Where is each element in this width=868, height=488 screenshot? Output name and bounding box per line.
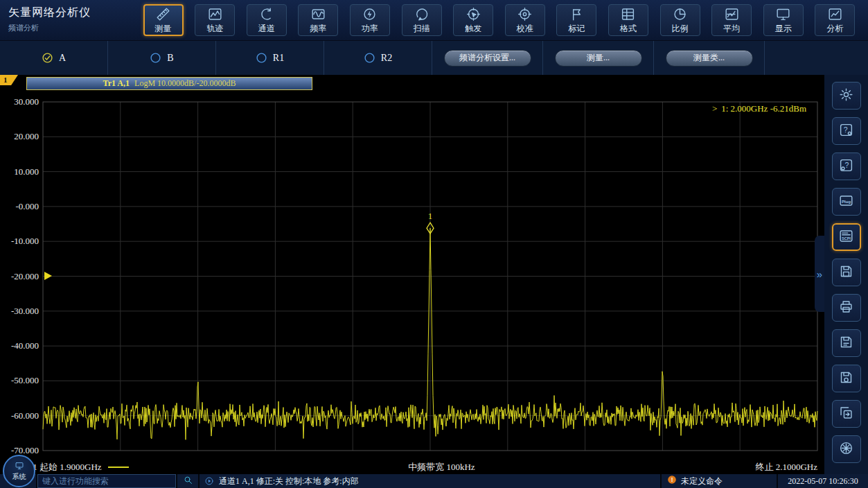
- system-menu-button[interactable]: 系统: [3, 455, 35, 487]
- toolbar-button-sweep[interactable]: 扫描: [402, 4, 442, 36]
- save-data-button[interactable]: [832, 365, 861, 392]
- scpi-button[interactable]: SCPI: [832, 223, 861, 251]
- ruler-icon: [156, 6, 170, 22]
- spectrum-plot[interactable]: 1: [0, 75, 824, 474]
- system-menu-label: 系统: [12, 472, 26, 482]
- app-title: 矢量网络分析仪: [8, 6, 130, 20]
- svg-text:1: 1: [428, 211, 433, 221]
- warning-icon: !: [667, 475, 677, 487]
- scale-icon: [673, 6, 687, 22]
- toolbar-button-label: 格式: [620, 23, 637, 35]
- trace-chart-icon: [208, 6, 222, 22]
- trace-status-bar[interactable]: Tr1 A,1 LogM 10.0000dB/-20.0000dB: [26, 77, 312, 90]
- save-as-button[interactable]: [832, 329, 861, 357]
- toolbar-button-frequency[interactable]: 频率: [298, 4, 338, 36]
- trace-color-legend: [108, 467, 129, 468]
- receiver-r1[interactable]: R1: [216, 41, 324, 75]
- app-title-block: 矢量网络分析仪 频谱分析: [0, 0, 130, 40]
- toolbar-button-trigger[interactable]: 触发: [453, 4, 493, 36]
- radio-checked-icon: [42, 52, 53, 64]
- toolbar-button-label: 频率: [310, 23, 326, 35]
- svg-text:SCPI: SCPI: [842, 236, 851, 240]
- error-segment: ! 未定义命令: [662, 474, 777, 488]
- toolbar-button-label: 扫描: [414, 23, 430, 35]
- y-axis-tick: -40.000: [0, 340, 39, 351]
- toolbar-button-label: 标记: [568, 23, 585, 35]
- receiver-r2[interactable]: R2: [324, 41, 432, 75]
- question-gear-icon: ?: [839, 158, 853, 175]
- search-go-button[interactable]: [177, 474, 198, 488]
- app-subtitle: 频谱分析: [8, 23, 130, 33]
- toolbar-button-label: 通道: [258, 23, 275, 35]
- receiver-b[interactable]: B: [108, 41, 216, 75]
- trigger-icon: [466, 6, 481, 22]
- measure-button[interactable]: 测量...: [555, 50, 642, 67]
- y-axis-tick: -30.000: [0, 306, 39, 317]
- toolbar-button-average[interactable]: 平均: [711, 4, 752, 36]
- svg-text:?: ?: [844, 161, 849, 169]
- pill-cell: 频谱分析设置...: [432, 41, 543, 75]
- save-button[interactable]: [832, 259, 861, 286]
- settings-button[interactable]: [832, 82, 861, 110]
- toolbar-button-scale[interactable]: 比例: [660, 4, 700, 36]
- play-status-icon: [204, 476, 214, 486]
- receiver-label: R1: [273, 53, 284, 64]
- receiver-a[interactable]: A: [0, 41, 108, 75]
- y-axis-tick: -20.000: [0, 271, 39, 282]
- svg-text:!: !: [671, 477, 673, 483]
- snowflake-icon: [839, 441, 853, 458]
- y-axis-tick: 30.000: [0, 96, 39, 107]
- y-axis-tick: -60.000: [0, 410, 39, 421]
- measure-class-button[interactable]: 测量类...: [666, 50, 753, 67]
- toolbar-button-channel[interactable]: 通道: [247, 4, 287, 36]
- toolbar-button-calibration[interactable]: 校准: [505, 4, 545, 36]
- gear-icon: [839, 87, 853, 105]
- toolbar-button-label: 分析: [826, 23, 843, 35]
- toolbar-button-marker[interactable]: 标记: [556, 4, 596, 36]
- screen-freeze-button[interactable]: [832, 435, 861, 463]
- toolbar-button-display[interactable]: 显示: [763, 4, 804, 36]
- y-axis-tick: -10.000: [0, 236, 39, 247]
- timestamp: 2022-05-07 10:26:30: [788, 476, 858, 487]
- toolbar-button-power[interactable]: 功率: [350, 4, 390, 36]
- error-text: 未定义命令: [681, 476, 723, 487]
- toolbar-button-measure[interactable]: 测量: [143, 4, 184, 36]
- ref-level-marker[interactable]: [44, 272, 52, 280]
- toolbar-button-trace[interactable]: 轨迹: [195, 4, 235, 36]
- instrument-status-text: 通道1 A,1 修正:关 控制:本地 参考:内部: [219, 476, 359, 487]
- right-sidebar: ? ? Plug SCPI: [824, 75, 868, 474]
- marker-icon: [569, 6, 584, 22]
- help-button-1[interactable]: ?: [832, 117, 861, 145]
- toolbar-button-format[interactable]: 格式: [608, 4, 648, 36]
- print-button[interactable]: [832, 294, 861, 322]
- toolbar-button-label: 触发: [465, 23, 481, 35]
- trace-format: LogM 10.0000dB/-20.0000dB: [134, 78, 236, 89]
- sweep-icon: [414, 6, 429, 22]
- display-icon: [776, 6, 790, 22]
- search-input[interactable]: [38, 475, 175, 487]
- expand-panel-chevron[interactable]: »: [815, 236, 824, 312]
- floppy-icon: [839, 264, 853, 281]
- toolbar-button-label: 校准: [517, 23, 533, 35]
- toolbar-button-label: 测量: [155, 23, 172, 35]
- channel-icon: [259, 6, 274, 22]
- monitor-icon: [15, 461, 24, 471]
- format-icon: [621, 6, 635, 22]
- toolbar-button-label: 功率: [362, 23, 378, 35]
- export-button[interactable]: [832, 400, 861, 428]
- marker-readout-text: 1: 2.000GHz -6.21dBm: [721, 103, 806, 114]
- toolbar-button-analysis[interactable]: 分析: [815, 4, 855, 36]
- printer-icon: [839, 299, 853, 317]
- trace-id: Tr1 A,1: [103, 78, 130, 89]
- spectrum-settings-button[interactable]: 频谱分析设置...: [444, 50, 531, 67]
- instrument-status-segment: 通道1 A,1 修正:关 控制:本地 参考:内部: [200, 474, 660, 488]
- toolbar-buttons: 测量 轨迹 通道 频率 功率 扫描 触发 校准: [130, 0, 868, 40]
- plug-manager-button[interactable]: Plug: [832, 188, 861, 216]
- average-icon: [725, 6, 739, 22]
- chart-footer-center: 中频带宽 100kHz: [408, 461, 475, 473]
- search-segment: [37, 474, 176, 488]
- chart-footer-right: 终止 2.1000GHz: [755, 461, 817, 473]
- svg-text:?: ?: [844, 125, 848, 134]
- help-button-2[interactable]: ?: [832, 152, 861, 180]
- toolbar-button-label: 比例: [672, 23, 689, 35]
